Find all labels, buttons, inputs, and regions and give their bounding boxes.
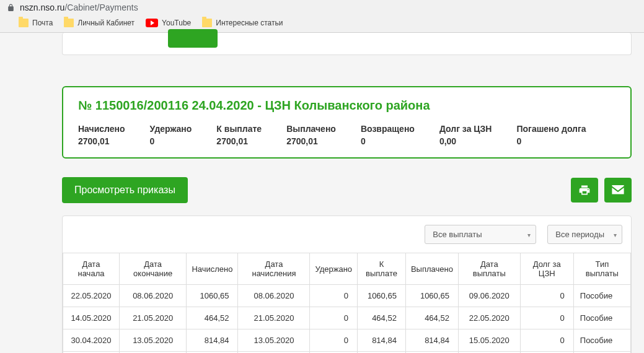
cell-withheld: 0 (310, 307, 358, 329)
th-accrued: Начислено (187, 253, 238, 285)
cell-debt: 0 (520, 329, 573, 352)
bookmark-mail[interactable]: Почта (19, 19, 53, 27)
lock-icon (6, 3, 15, 12)
url-text: nszn.nso.ru/Cabinet/Payments (20, 2, 138, 12)
cell-pay_date: 09.06.2020 (458, 285, 520, 307)
youtube-icon (146, 19, 158, 27)
cell-accrual_date: 21.05.2020 (238, 307, 310, 329)
cell-start: 30.04.2020 (63, 329, 120, 352)
folder-icon (202, 19, 212, 27)
cell-paid: 1060,65 (405, 285, 458, 307)
address-bar[interactable]: nszn.nso.ru/Cabinet/Payments (0, 0, 644, 15)
summary-item-debt-paid: Погашено долга 0 (516, 124, 586, 146)
cell-pay_date: 15.05.2020 (458, 329, 520, 352)
bookmarks-bar: Почта Личный Кабинет YouTube Интересные … (0, 15, 644, 32)
th-accrual-date: Дата начисления (238, 253, 310, 285)
th-debt: Долг за ЦЗН (520, 253, 573, 285)
table-row[interactable]: 30.04.202013.05.2020814,8413.05.20200814… (63, 329, 631, 352)
mail-icon (612, 185, 624, 195)
th-type: Тип выплаты (573, 253, 630, 285)
cell-to_pay: 1060,65 (358, 285, 406, 307)
cell-accrued: 814,84 (187, 329, 238, 352)
cell-paid: 464,52 (405, 307, 458, 329)
page-content: № 1150016/200116 24.04.2020 - ЦЗН Колыва… (0, 33, 644, 353)
summary-item-returned: Возвращено 0 (361, 124, 415, 146)
cell-type: Пособие (573, 285, 630, 307)
th-pay-date: Дата выплаты (458, 253, 520, 285)
table-row[interactable]: 22.05.202008.06.20201060,6508.06.2020010… (63, 285, 631, 307)
th-paid: Выплачено (405, 253, 458, 285)
cell-withheld: 0 (310, 285, 358, 307)
filter-payments-select[interactable]: Все выплаты (425, 225, 536, 244)
cell-accrued: 464,52 (187, 307, 238, 329)
previous-card-bottom (62, 33, 632, 55)
summary-title: № 1150016/200116 24.04.2020 - ЦЗН Колыва… (78, 98, 615, 113)
cell-end: 08.06.2020 (119, 285, 186, 307)
summary-row: Начислено 2700,01 Удержано 0 К выплате 2… (78, 124, 615, 146)
folder-icon (64, 19, 74, 27)
summary-item-debt: Долг за ЦЗН 0,00 (439, 124, 492, 146)
cell-to_pay: 464,52 (358, 307, 406, 329)
cell-type: Пособие (573, 307, 630, 329)
cell-pay_date: 22.05.2020 (458, 307, 520, 329)
pill-button[interactable] (168, 29, 218, 48)
email-button[interactable] (604, 178, 632, 203)
summary-item-accrued: Начислено 2700,01 (78, 124, 125, 146)
cell-to_pay: 814,84 (358, 329, 406, 352)
cell-start: 14.05.2020 (63, 307, 120, 329)
folder-icon (19, 19, 29, 27)
view-orders-button[interactable]: Просмотреть приказы (62, 177, 188, 203)
cell-end: 13.05.2020 (119, 329, 186, 352)
payments-table: Дата начала Дата окончание Начислено Дат… (63, 253, 631, 353)
browser-chrome: nszn.nso.ru/Cabinet/Payments Почта Личны… (0, 0, 644, 33)
table-row[interactable]: 14.05.202021.05.2020464,5221.05.20200464… (63, 307, 631, 329)
filter-periods-select[interactable]: Все периоды (547, 225, 622, 244)
cell-end: 21.05.2020 (119, 307, 186, 329)
summary-card: № 1150016/200116 24.04.2020 - ЦЗН Колыва… (62, 86, 632, 159)
filters-row: Все выплаты Все периоды (63, 216, 631, 253)
actions-row: Просмотреть приказы (62, 177, 632, 203)
bookmark-cabinet[interactable]: Личный Кабинет (64, 19, 135, 27)
th-end-date: Дата окончание (119, 253, 186, 285)
print-button[interactable] (571, 178, 598, 203)
cell-paid: 814,84 (405, 329, 458, 352)
cell-debt: 0 (520, 307, 573, 329)
cell-accrual_date: 08.06.2020 (238, 285, 310, 307)
summary-item-topay: К выплате 2700,01 (216, 124, 262, 146)
th-start-date: Дата начала (63, 253, 120, 285)
th-withheld: Удержано (310, 253, 358, 285)
bookmark-articles[interactable]: Интересные статьи (202, 19, 283, 27)
payments-table-card: Все выплаты Все периоды Дата начала Дата… (62, 216, 632, 353)
summary-item-withheld: Удержано 0 (150, 124, 192, 146)
cell-start: 22.05.2020 (63, 285, 120, 307)
cell-accrual_date: 13.05.2020 (238, 329, 310, 352)
table-header-row: Дата начала Дата окончание Начислено Дат… (63, 253, 631, 285)
cell-accrued: 1060,65 (187, 285, 238, 307)
cell-debt: 0 (520, 285, 573, 307)
icon-buttons (571, 178, 632, 203)
cell-withheld: 0 (310, 329, 358, 352)
summary-item-paid: Выплачено 2700,01 (286, 124, 336, 146)
bookmark-youtube[interactable]: YouTube (146, 19, 191, 27)
print-icon (578, 184, 591, 196)
th-to-pay: К выплате (358, 253, 406, 285)
cell-type: Пособие (573, 329, 630, 352)
